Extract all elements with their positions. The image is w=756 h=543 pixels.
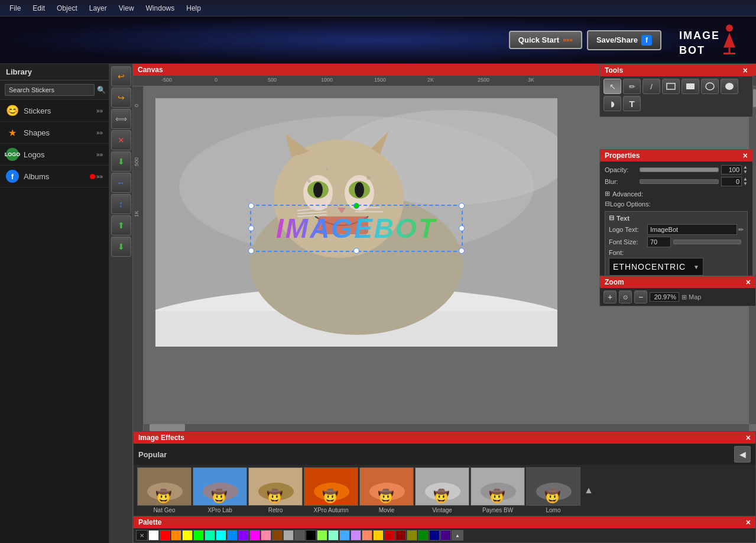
tool-ellipse-fill[interactable]	[721, 79, 738, 94]
color-dark-green[interactable]	[418, 530, 429, 541]
transform-button[interactable]: ⟺	[111, 109, 131, 129]
color-red[interactable]	[160, 530, 170, 541]
scrollbar-thumb-h[interactable]	[150, 424, 185, 431]
redo-button[interactable]: ↪	[111, 88, 131, 108]
logos-expand[interactable]: »»	[96, 151, 103, 158]
search-icon[interactable]: 🔍	[97, 86, 106, 94]
palette-cross[interactable]: ✕	[136, 530, 148, 541]
menu-file[interactable]: File	[5, 3, 25, 14]
opacity-slider[interactable]	[640, 167, 719, 172]
color-brown[interactable]	[272, 530, 283, 541]
color-lavender[interactable]	[351, 530, 361, 541]
color-orange[interactable]	[171, 530, 181, 541]
quickstart-button[interactable]: Quick Start »»»	[509, 31, 582, 49]
advanced-section[interactable]: ⊞ Advanced:	[605, 189, 748, 199]
tools-close[interactable]: ×	[743, 66, 748, 75]
effect-xpro-lab[interactable]: 🤠 XPro Lab	[193, 467, 247, 513]
color-yellow[interactable]	[182, 530, 193, 541]
color-teal[interactable]	[205, 530, 215, 541]
ie-nav-left[interactable]: ◀	[734, 446, 751, 463]
search-input[interactable]	[5, 84, 95, 96]
flip-h-button[interactable]: ↔	[111, 173, 131, 193]
color-gray[interactable]	[283, 530, 294, 541]
color-blue[interactable]	[227, 530, 238, 541]
color-olive[interactable]	[407, 530, 417, 541]
tool-shape[interactable]: ◗	[603, 96, 621, 111]
color-lime[interactable]	[193, 530, 204, 541]
color-dark-gray[interactable]	[294, 530, 305, 541]
color-maroon[interactable]	[395, 530, 406, 541]
color-indigo[interactable]	[440, 530, 451, 541]
menu-help[interactable]: Help	[181, 3, 206, 14]
effect-nat-geo[interactable]: 🤠 Nat Geo	[137, 467, 192, 513]
color-black[interactable]	[306, 530, 316, 541]
color-light-cyan[interactable]	[328, 530, 339, 541]
tool-pencil[interactable]: ✏	[623, 79, 641, 94]
delete-button[interactable]: ✕	[111, 130, 131, 150]
zoom-in-button[interactable]: +	[603, 290, 617, 303]
tool-rect-outline[interactable]	[662, 79, 680, 94]
logo-text-input[interactable]	[647, 224, 737, 235]
logo-options-section[interactable]: ⊟ Logo Options:	[605, 199, 748, 209]
props-close[interactable]: ×	[743, 151, 748, 160]
saveshare-button[interactable]: Save/Share f	[587, 30, 661, 50]
effect-paynes-bw[interactable]: 🤠 Paynes BW	[471, 467, 525, 513]
effect-movie[interactable]: 🤠 Movie	[359, 467, 414, 513]
blur-down[interactable]: ▼	[743, 182, 748, 186]
palette-close[interactable]: ×	[746, 518, 751, 526]
menu-windows[interactable]: Windows	[141, 3, 180, 14]
flip-v-button[interactable]: ↕	[111, 194, 131, 214]
move-down-button[interactable]: ⬇	[111, 237, 131, 257]
sidebar-item-stickers[interactable]: 😊 Stickers »»	[0, 100, 109, 122]
undo-button[interactable]: ↩	[111, 66, 131, 86]
ie-scroll-indicator[interactable]: ▲	[584, 485, 593, 496]
color-navy[interactable]	[429, 530, 440, 541]
tool-select[interactable]: ↖	[603, 79, 621, 94]
stickers-expand[interactable]: »»	[96, 108, 103, 114]
tool-text[interactable]: T	[623, 96, 641, 111]
tool-line[interactable]: /	[643, 79, 660, 94]
blur-value[interactable]	[721, 177, 742, 186]
map-button[interactable]: ⊞ Map	[682, 293, 701, 301]
menu-object[interactable]: Object	[52, 3, 82, 14]
color-salmon[interactable]	[362, 530, 372, 541]
palette-expand[interactable]: ▲	[452, 530, 463, 541]
color-cyan[interactable]	[216, 530, 226, 541]
color-white[interactable]	[148, 530, 159, 541]
color-gold[interactable]	[373, 530, 384, 541]
zoom-close[interactable]: ×	[746, 278, 751, 286]
menu-layer[interactable]: Layer	[85, 3, 112, 14]
image-effects-close[interactable]: ×	[746, 434, 751, 442]
effect-xpro-autumn[interactable]: 🤠 XPro Autumn	[304, 467, 358, 513]
font-size-slider[interactable]	[673, 240, 741, 244]
albums-expand[interactable]: »»	[96, 173, 103, 180]
tool-ellipse-outline[interactable]	[701, 79, 719, 94]
scrollbar-horizontal[interactable]	[144, 424, 749, 431]
font-preview[interactable]: ETHNOCENTRIC ▼	[609, 258, 703, 276]
effect-vintage[interactable]: 🤠 Vintage	[415, 467, 469, 513]
zoom-reset-button[interactable]: ⊙	[619, 290, 632, 303]
blur-slider[interactable]	[640, 179, 719, 184]
tool-rect-fill[interactable]	[682, 79, 699, 94]
shapes-expand[interactable]: »»	[96, 130, 103, 136]
effect-lomo[interactable]: 🤠 Lomo	[526, 467, 580, 513]
zoom-value-input[interactable]	[650, 292, 679, 302]
color-sky[interactable]	[339, 530, 350, 541]
opacity-down[interactable]: ▼	[743, 170, 748, 174]
logo-overlay[interactable]: IMAGEBOT	[276, 212, 437, 244]
sidebar-item-shapes[interactable]: ★ Shapes »»	[0, 122, 109, 144]
sidebar-item-albums[interactable]: f Albums »»	[0, 166, 109, 188]
menu-edit[interactable]: Edit	[28, 3, 50, 14]
sidebar-item-logos[interactable]: LOGO Logos »»	[0, 144, 109, 166]
menu-view[interactable]: View	[114, 3, 139, 14]
color-violet[interactable]	[249, 530, 260, 541]
effect-retro[interactable]: 🤠 Retro	[248, 467, 303, 513]
move-forward-button[interactable]: ⬇	[111, 151, 131, 172]
color-dark-red[interactable]	[384, 530, 395, 541]
font-size-input[interactable]	[647, 237, 671, 247]
zoom-out-button[interactable]: −	[634, 290, 647, 303]
color-pink[interactable]	[261, 530, 271, 541]
font-dropdown-icon[interactable]: ▼	[693, 264, 699, 270]
color-purple[interactable]	[238, 530, 249, 541]
opacity-value[interactable]	[721, 165, 742, 174]
